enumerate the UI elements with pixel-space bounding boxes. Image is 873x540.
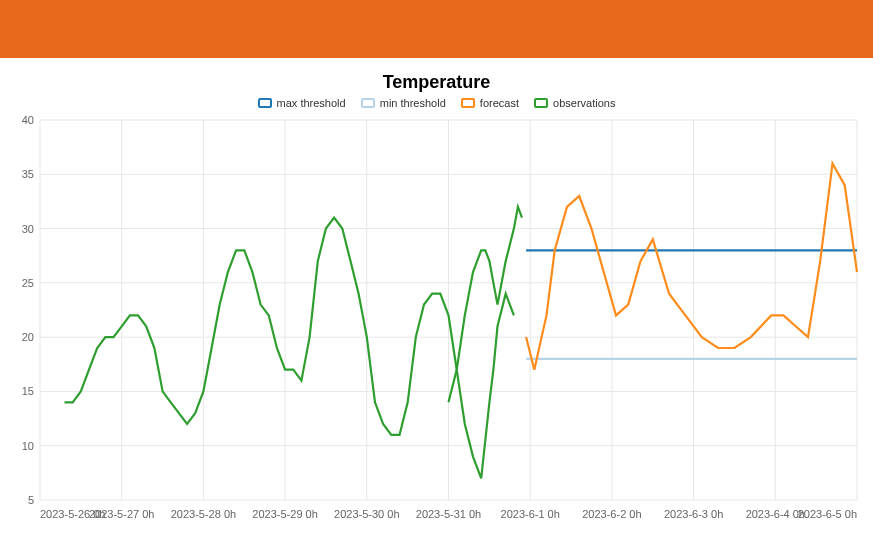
svg-text:2023-5-27 0h: 2023-5-27 0h: [89, 508, 154, 520]
chart-svg: 510152025303540 2023-5-26 0h2023-5-27 0h…: [10, 114, 863, 524]
legend-item-max-threshold[interactable]: max threshold: [258, 97, 346, 109]
svg-text:2023-5-30 0h: 2023-5-30 0h: [334, 508, 399, 520]
svg-text:10: 10: [22, 440, 34, 452]
chart-plot[interactable]: 510152025303540 2023-5-26 0h2023-5-27 0h…: [10, 114, 863, 524]
svg-text:2023-6-1 0h: 2023-6-1 0h: [501, 508, 560, 520]
svg-text:2023-5-29 0h: 2023-5-29 0h: [252, 508, 317, 520]
chart-container: Temperature max threshold min threshold …: [0, 58, 873, 524]
legend-label: forecast: [480, 97, 519, 109]
svg-text:2023-6-2 0h: 2023-6-2 0h: [582, 508, 641, 520]
legend-label: observations: [553, 97, 615, 109]
legend-item-min-threshold[interactable]: min threshold: [361, 97, 446, 109]
svg-text:2023-6-4 0h: 2023-6-4 0h: [746, 508, 805, 520]
chart-title: Temperature: [10, 72, 863, 93]
legend-item-forecast[interactable]: forecast: [461, 97, 519, 109]
svg-text:2023-6-5 0h: 2023-6-5 0h: [798, 508, 857, 520]
svg-text:2023-6-3 0h: 2023-6-3 0h: [664, 508, 723, 520]
square-icon: [534, 98, 548, 108]
svg-text:40: 40: [22, 114, 34, 126]
svg-text:35: 35: [22, 168, 34, 180]
square-icon: [361, 98, 375, 108]
square-icon: [258, 98, 272, 108]
square-icon: [461, 98, 475, 108]
svg-text:20: 20: [22, 331, 34, 343]
svg-text:30: 30: [22, 223, 34, 235]
svg-text:2023-5-28 0h: 2023-5-28 0h: [171, 508, 236, 520]
svg-text:2023-5-31 0h: 2023-5-31 0h: [416, 508, 481, 520]
svg-text:15: 15: [22, 385, 34, 397]
svg-text:5: 5: [28, 494, 34, 506]
legend-label: max threshold: [277, 97, 346, 109]
series-line-observations: [65, 218, 514, 479]
svg-text:25: 25: [22, 277, 34, 289]
chart-legend: max threshold min threshold forecast obs…: [10, 97, 863, 110]
app-header: [0, 0, 873, 58]
series-line-forecast: [526, 163, 857, 369]
legend-item-observations[interactable]: observations: [534, 97, 615, 109]
legend-label: min threshold: [380, 97, 446, 109]
